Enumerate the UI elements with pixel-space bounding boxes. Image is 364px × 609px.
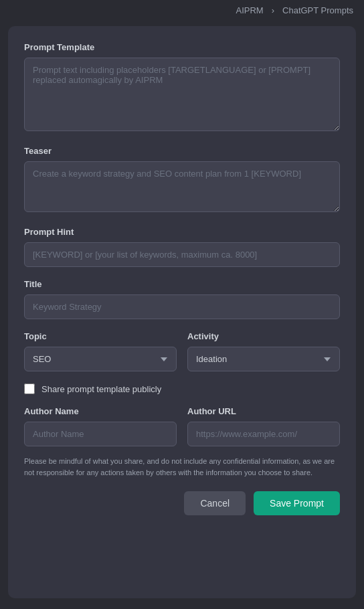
top-bar: AIPRM › ChatGPT Prompts: [0, 0, 364, 21]
author-name-label: Author Name: [24, 406, 177, 416]
topbar-separator: ›: [272, 5, 274, 15]
prompt-template-label: Prompt Template: [24, 42, 340, 52]
teaser-label: Teaser: [24, 146, 340, 156]
author-name-input[interactable]: [24, 422, 177, 446]
author-url-label: Author URL: [187, 406, 340, 416]
cancel-button[interactable]: Cancel: [184, 491, 246, 515]
title-label: Title: [24, 279, 340, 289]
activity-label: Activity: [187, 331, 340, 341]
share-public-label[interactable]: Share prompt template publicly: [41, 384, 161, 394]
disclaimer-text: Please be mindful of what you share, and…: [24, 456, 340, 478]
prompt-hint-field: Prompt Hint: [24, 227, 340, 267]
teaser-field: Teaser: [24, 146, 340, 215]
topbar-link-aiprm[interactable]: AIPRM: [236, 5, 264, 15]
topic-select[interactable]: SEO Marketing Copywriting DevOps Generat…: [24, 347, 177, 371]
topic-select-wrapper: SEO Marketing Copywriting DevOps Generat…: [24, 347, 177, 371]
share-public-row: Share prompt template publicly: [24, 383, 340, 394]
prompt-template-field: Prompt Template: [24, 42, 340, 134]
button-row: Cancel Save Prompt: [24, 491, 340, 515]
activity-select-wrapper: Ideation Research Planning Writing Editi…: [187, 347, 340, 371]
author-url-input[interactable]: [187, 422, 340, 446]
teaser-input[interactable]: [24, 161, 340, 212]
share-public-checkbox[interactable]: [24, 383, 35, 394]
topbar-link-prompts[interactable]: ChatGPT Prompts: [282, 5, 353, 15]
title-input[interactable]: [24, 294, 340, 319]
author-row: Author Name Author URL: [24, 406, 340, 446]
topic-field: Topic SEO Marketing Copywriting DevOps G…: [24, 331, 177, 371]
prompt-template-input[interactable]: [24, 58, 340, 131]
activity-field: Activity Ideation Research Planning Writ…: [187, 331, 340, 371]
topic-label: Topic: [24, 331, 177, 341]
prompt-hint-input[interactable]: [24, 242, 340, 267]
author-url-field: Author URL: [187, 406, 340, 446]
author-name-field: Author Name: [24, 406, 177, 446]
prompt-hint-label: Prompt Hint: [24, 227, 340, 237]
title-field: Title: [24, 279, 340, 319]
prompt-template-modal: Prompt Template Teaser Prompt Hint Title…: [8, 26, 356, 598]
activity-select[interactable]: Ideation Research Planning Writing Editi…: [187, 347, 340, 371]
save-prompt-button[interactable]: Save Prompt: [254, 491, 340, 515]
topic-activity-row: Topic SEO Marketing Copywriting DevOps G…: [24, 331, 340, 371]
